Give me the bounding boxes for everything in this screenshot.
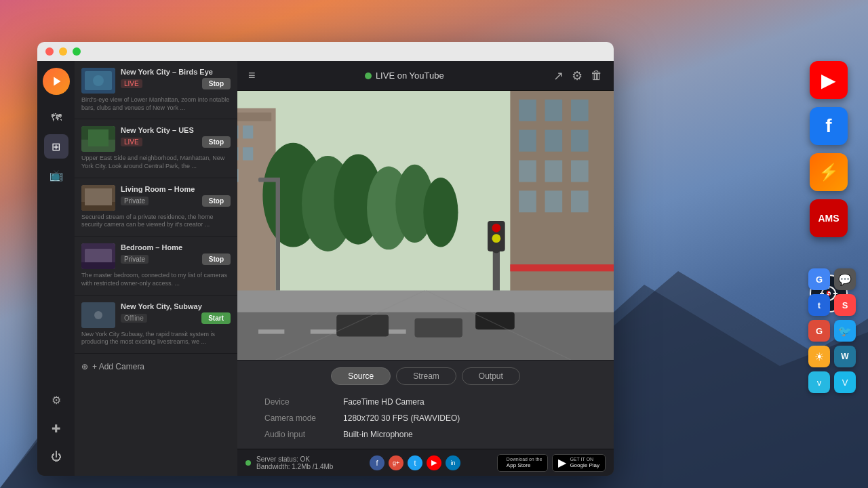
live-indicator: LIVE on YouTube [365, 70, 444, 81]
camera-item-living-room[interactable]: Living Room – Home Private Stop Secured … [75, 178, 237, 237]
menu-icon[interactable]: ≡ [248, 68, 256, 83]
app-store-badge[interactable]: Download on the App Store [497, 454, 549, 472]
sidebar-item-grid[interactable]: ⊞ [44, 134, 68, 159]
status-badge-nyc-birds-eye: LIVE [121, 79, 142, 88]
svg-rect-56 [475, 312, 515, 330]
social-linkedin[interactable]: in [446, 455, 460, 470]
action-btn-nyc-ues[interactable]: Stop [202, 136, 231, 148]
sidebar-item-plus[interactable]: ✚ [44, 416, 68, 441]
add-camera-button[interactable]: ⊕ + Add Camera [75, 354, 237, 380]
ams-app-icon[interactable]: AMS [810, 199, 848, 237]
social-googleplus[interactable]: g+ [389, 455, 403, 470]
live-text: LIVE on YouTube [376, 70, 444, 81]
lightning-app-icon[interactable]: ⚡ [810, 153, 848, 191]
camera-item-nyc-ues[interactable]: New York City – UES LIVE Stop Upper East… [75, 119, 237, 178]
small-icon-v1[interactable]: v [808, 371, 830, 393]
minimize-button[interactable] [59, 47, 67, 56]
settings-button[interactable]: ⚙ [572, 68, 583, 83]
action-btn-living-room[interactable]: Stop [202, 195, 231, 207]
action-btn-bedroom[interactable]: Stop [202, 253, 231, 265]
top-actions: ↗ ⚙ 🗑 [553, 68, 603, 83]
svg-point-48 [423, 178, 458, 247]
status-badge-living-room: Private [121, 197, 149, 205]
tab-stream[interactable]: Stream [396, 367, 456, 385]
footer: Server status: OK Bandwidth: 1.2Mb /1.4M… [237, 449, 614, 476]
svg-rect-63 [258, 178, 280, 182]
app-store-pre-label: Download on the [507, 457, 542, 462]
main-window: 🗺 ⊞ 📺 ⚙ ✚ ⏻ [37, 42, 614, 476]
social-youtube[interactable]: ▶ [427, 455, 441, 470]
youtube-app-icon[interactable]: ▶ [810, 61, 848, 99]
social-facebook[interactable]: f [370, 455, 384, 470]
google-play-text: GET IT ON Google Play [570, 457, 599, 469]
small-icon-s[interactable]: S [834, 294, 856, 316]
facebook-app-icon[interactable]: f [810, 107, 848, 145]
server-status-text: Server status: OK Bandwidth: 1.2Mb /1.4M… [256, 455, 333, 470]
camera-thumb-bedroom [81, 243, 115, 269]
small-icon-v2[interactable]: V [834, 371, 856, 393]
delete-button[interactable]: 🗑 [591, 68, 603, 83]
camera-item-bedroom[interactable]: Bedroom – Home Private Stop The master b… [75, 237, 237, 295]
sidebar: 🗺 ⊞ 📺 ⚙ ✚ ⏻ [37, 61, 75, 476]
details-grid: DeviceFaceTime HD CameraCamera mode1280x… [237, 389, 614, 449]
svg-rect-31 [545, 100, 563, 121]
small-icon-wp[interactable]: W [834, 346, 856, 367]
add-camera-label: + Add Camera [92, 362, 144, 371]
svg-rect-34 [545, 130, 563, 152]
google-play-badge[interactable]: ▶ GET IT ON Google Play [552, 454, 606, 472]
bottom-panel: Source Stream Output DeviceFaceTime HD C… [237, 360, 614, 449]
main-panel: ≡ LIVE on YouTube ↗ ⚙ 🗑 [237, 61, 614, 476]
camera-list: New York City – Birds Eye LIVE Stop Bird… [75, 61, 237, 476]
right-app-icons: ▶ f ⚡ AMS [810, 61, 848, 237]
tab-row: Source Stream Output [237, 361, 614, 389]
svg-rect-38 [571, 160, 589, 182]
add-camera-icon: ⊕ [81, 362, 88, 371]
camera-thumb-nyc-ues [81, 126, 115, 152]
app-logo[interactable] [43, 68, 70, 95]
store-badges: Download on the App Store ▶ GET IT ON Go… [497, 454, 606, 472]
sidebar-item-power[interactable]: ⏻ [44, 445, 68, 469]
svg-rect-30 [519, 100, 536, 121]
action-btn-nyc-subway[interactable]: Start [201, 312, 231, 324]
svg-rect-54 [336, 314, 389, 336]
svg-rect-40 [545, 190, 563, 212]
svg-rect-22 [237, 125, 239, 138]
video-preview [237, 91, 614, 360]
tab-output[interactable]: Output [462, 367, 520, 385]
svg-rect-28 [237, 169, 239, 182]
camera-thumb-nyc-subway [81, 302, 115, 328]
footer-social: f g+ t ▶ in [370, 455, 460, 470]
google-play-pre-label: GET IT ON [570, 457, 599, 462]
tab-source[interactable]: Source [331, 367, 391, 385]
svg-rect-55 [414, 319, 462, 338]
close-button[interactable] [45, 47, 54, 56]
sidebar-item-monitor[interactable]: 📺 [44, 163, 68, 187]
small-icon-t[interactable]: t [808, 294, 830, 316]
small-icon-bird[interactable]: 🐦 [834, 320, 856, 342]
svg-rect-41 [571, 190, 589, 212]
camera-item-nyc-birds-eye[interactable]: New York City – Birds Eye LIVE Stop Bird… [75, 61, 237, 119]
svg-rect-25 [237, 147, 239, 160]
google-play-icon: ▶ [558, 456, 566, 469]
small-app-icons: G 💬 t S G 🐦 ☀ W v V [808, 268, 856, 393]
server-status-label: Server status: OK [256, 455, 333, 463]
svg-point-61 [492, 245, 500, 253]
app-store-label: App Store [507, 462, 531, 468]
camera-item-nyc-subway[interactable]: New York City, Subway Offline Start New … [75, 296, 237, 354]
svg-rect-51 [258, 329, 284, 333]
action-btn-nyc-birds-eye[interactable]: Stop [202, 78, 231, 89]
small-icon-sun[interactable]: ☀ [808, 346, 830, 367]
camera-name-nyc-ues: New York City – UES [121, 126, 231, 134]
small-icon-g[interactable]: G [808, 268, 830, 290]
share-button[interactable]: ↗ [553, 68, 564, 83]
svg-rect-42 [510, 264, 614, 271]
svg-rect-11 [85, 188, 112, 205]
live-dot [365, 73, 372, 79]
sidebar-item-map[interactable]: 🗺 [44, 106, 68, 130]
sidebar-item-settings[interactable]: ⚙ [44, 388, 68, 412]
detail-label: Device [264, 397, 316, 407]
small-icon-chat[interactable]: 💬 [834, 268, 856, 290]
small-icon-g2[interactable]: G [808, 320, 830, 342]
maximize-button[interactable] [73, 47, 81, 56]
social-twitter[interactable]: t [408, 455, 422, 470]
